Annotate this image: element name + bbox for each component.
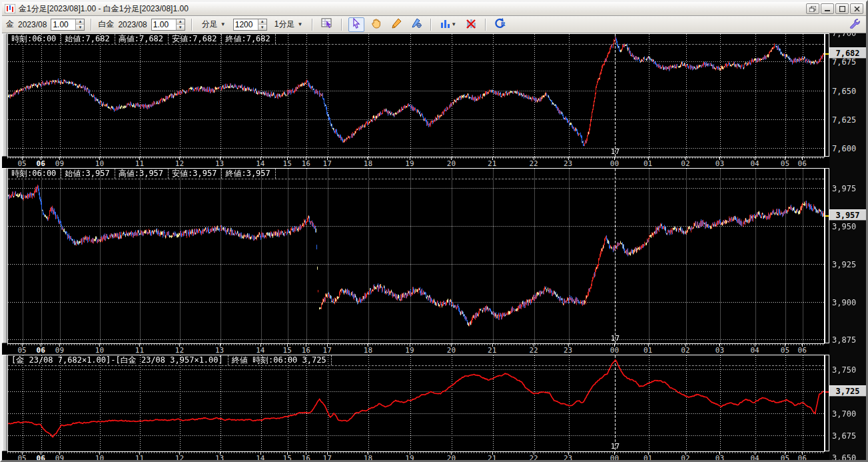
- time-tick-label: 09: [55, 454, 64, 462]
- time-tick-label: 20: [447, 346, 456, 355]
- last-price-box: 7,682: [829, 47, 866, 59]
- bar-count-down-icon[interactable]: ▼: [258, 25, 266, 30]
- spread-chart-panel: [金 23/08 7,682×1.00]-[白金 23/08 3,957×1.0…: [2, 355, 866, 462]
- time-tick-label: 16: [302, 159, 310, 168]
- new-window-button[interactable]: [806, 3, 819, 14]
- gold-ratio-up-icon[interactable]: ▲: [76, 19, 84, 25]
- toolbar-separator: [191, 19, 193, 31]
- time-tick-label: 06: [37, 159, 45, 168]
- svg-text:R: R: [501, 21, 506, 27]
- time-tick-label: 10: [95, 159, 104, 168]
- draw-line-tool[interactable]: [408, 17, 424, 32]
- price-label: 3,900: [832, 298, 856, 307]
- time-tick-label: 17: [323, 454, 332, 462]
- gold-chart-panel: 時刻:06:00始値:7,682高値:7,682安値:7,682終値:7,682…: [2, 33, 866, 168]
- spread-line-canvas[interactable]: [8, 355, 824, 452]
- minimize-button[interactable]: [821, 3, 834, 14]
- chevron-down-icon: ▼: [451, 21, 456, 27]
- time-tick-label: 22: [530, 454, 538, 462]
- pointer-tool[interactable]: [348, 17, 364, 32]
- left-scale-slider[interactable]: [2, 168, 7, 343]
- time-tick-label: 21: [488, 159, 496, 168]
- price-scale-strip[interactable]: [825, 168, 829, 343]
- platinum-ratio-up-icon[interactable]: ▲: [177, 19, 185, 25]
- price-axis: 3,9753,9503,9253,9003,875: [829, 168, 866, 355]
- toolbar: 金 2023/08 ▲▼ 白金 2023/08 ▲▼ 分足▼ ▲▼ 1分足▼: [2, 16, 866, 33]
- time-tick-label: 23: [564, 454, 572, 462]
- chart-area: 時刻:06:00始値:7,682高値:7,682安値:7,682終値:7,682…: [2, 33, 866, 460]
- time-tick-label: 10: [95, 346, 104, 355]
- time-tick-label: 06: [37, 346, 45, 355]
- bar-count-spinbox[interactable]: ▲▼: [233, 19, 267, 31]
- time-tick-label: 05: [781, 454, 789, 462]
- last-price-box: 3,957: [829, 209, 866, 221]
- time-tick-label: 15: [283, 159, 292, 168]
- platinum-month-label: 2023/08: [118, 20, 147, 29]
- price-scale-strip[interactable]: [825, 355, 829, 451]
- app-candlestick-icon: [5, 4, 15, 13]
- gold-month-label: 2023/08: [18, 20, 47, 29]
- toolbar-separator: [91, 19, 92, 31]
- refresh-icon: R: [494, 18, 506, 31]
- price-label: 7,600: [832, 144, 856, 153]
- platinum-ratio-input[interactable]: [152, 19, 176, 30]
- time-tick-label: 22: [530, 346, 538, 355]
- close-button[interactable]: [850, 3, 863, 14]
- left-scale-slider[interactable]: [2, 355, 7, 451]
- time-tick-label: 20: [447, 159, 456, 168]
- time-tick-label: 10: [95, 454, 104, 462]
- time-tick-label: 13: [215, 454, 224, 462]
- maximize-button[interactable]: [835, 3, 849, 14]
- bar-count-up-icon[interactable]: ▲: [258, 19, 266, 25]
- timeframe-dropdown[interactable]: 1分足▼: [271, 17, 306, 31]
- crosshair-select-tool[interactable]: [319, 17, 335, 32]
- refresh-tool[interactable]: R: [492, 17, 508, 32]
- draw-pencil-tool[interactable]: [388, 17, 404, 32]
- platinum-ratio-down-icon[interactable]: ▼: [177, 25, 185, 30]
- price-label: 3,700: [832, 409, 856, 419]
- time-tick-label: 00: [610, 454, 619, 462]
- price-label: 7,700: [832, 33, 856, 38]
- platinum-ratio-spinbox[interactable]: ▲▼: [151, 19, 185, 31]
- price-label: 7,625: [832, 115, 856, 125]
- last-price-marker: [825, 391, 829, 393]
- price-label: 3,950: [832, 222, 856, 231]
- time-tick-label: 01: [644, 454, 652, 462]
- platinum-label: 白金: [98, 19, 114, 30]
- time-tick-label: 00: [610, 346, 619, 355]
- interval-dropdown[interactable]: 分足▼: [199, 17, 229, 31]
- bar-count-input[interactable]: [234, 19, 258, 30]
- price-label: 7,650: [832, 87, 856, 96]
- gold-ratio-down-icon[interactable]: ▼: [76, 25, 84, 30]
- time-tick-label: 00: [610, 159, 619, 168]
- last-price-box: 3,725: [829, 385, 866, 397]
- price-scale-strip[interactable]: [825, 33, 829, 157]
- toolbar-separator: [485, 19, 486, 31]
- candlestick-canvas[interactable]: [8, 34, 824, 157]
- time-tick-label: 05: [17, 346, 26, 355]
- time-tick-label: 12: [175, 454, 184, 462]
- time-tick-label: 06: [798, 346, 807, 355]
- chart-type-dropdown[interactable]: ▼: [438, 17, 459, 32]
- gold-ratio-spinbox[interactable]: ▲▼: [51, 19, 85, 31]
- pan-tool[interactable]: [368, 17, 384, 32]
- toolbar-separator: [430, 19, 432, 31]
- time-tick-label: 05: [17, 454, 26, 462]
- gold-ratio-input[interactable]: [51, 19, 75, 30]
- pointer-arrow-icon: [352, 18, 361, 31]
- price-label: 3,975: [832, 184, 856, 193]
- time-tick-label: 15: [283, 454, 292, 462]
- time-tick-label: 17: [323, 159, 332, 168]
- time-axis: 0506091011121314151617181920212223000102…: [7, 343, 825, 355]
- delete-chart-tool[interactable]: [463, 17, 479, 32]
- time-tick-label: 20: [447, 454, 456, 462]
- settings-tool[interactable]: [846, 17, 862, 32]
- candlestick-canvas[interactable]: [8, 169, 824, 344]
- time-tick-label: 18: [364, 159, 372, 168]
- time-tick-label: 14: [256, 159, 264, 168]
- left-scale-slider[interactable]: [2, 33, 7, 157]
- time-tick-label: 04: [750, 159, 759, 168]
- time-tick-label: 21: [488, 346, 496, 355]
- titlebar[interactable]: 金1分足[2023/08]1.00 - 白金1分足[2023/08]1.00: [2, 2, 866, 16]
- chevron-down-icon: ▼: [220, 21, 226, 27]
